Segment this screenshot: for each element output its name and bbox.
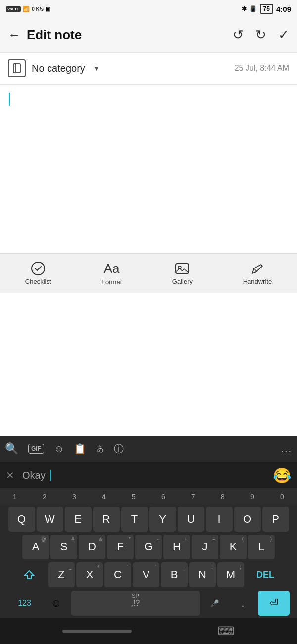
key-i[interactable]: I: [206, 507, 233, 532]
gallery-button[interactable]: Gallery: [172, 261, 193, 285]
key-m[interactable]: ;M: [217, 562, 244, 587]
undo-button[interactable]: ↺: [233, 27, 244, 43]
key-s[interactable]: #S: [50, 535, 77, 559]
enter-key[interactable]: ⏎: [258, 591, 290, 616]
nav-home-indicator[interactable]: [62, 630, 132, 633]
num-key-7[interactable]: 7: [178, 488, 208, 505]
info-button[interactable]: ⓘ: [114, 442, 124, 456]
suggestion-cursor: [50, 470, 51, 481]
num-key-5[interactable]: 5: [119, 488, 148, 505]
num-key-8[interactable]: 8: [208, 488, 238, 505]
keyboard: 🔍 GIF ☺ 📋 あ ⓘ ... ✕ Okay 😂 1 2 3 4 5 6 7…: [0, 436, 297, 644]
key-c[interactable]: "C: [104, 562, 131, 587]
status-left: VoLTE 📶 0 K/s ▣: [6, 6, 50, 12]
close-suggestions-button[interactable]: ✕: [6, 469, 14, 481]
checklist-button[interactable]: Checklist: [25, 261, 51, 285]
time-display: 4:09: [276, 5, 291, 13]
format-icon: Aa: [104, 261, 120, 276]
suggestion-emoji[interactable]: 😂: [273, 467, 291, 484]
format-button[interactable]: Aa Format: [101, 261, 122, 286]
bluetooth-icon: ✱: [242, 5, 247, 12]
key-a[interactable]: @A: [22, 535, 49, 559]
key-n[interactable]: :N: [189, 562, 216, 587]
battery-indicator: 75: [260, 5, 273, 12]
category-label: No category: [32, 63, 85, 74]
key-o[interactable]: O: [234, 507, 261, 532]
svg-point-2: [32, 262, 45, 275]
system-nav-bar: ⌨: [0, 618, 297, 644]
key-e[interactable]: E: [65, 507, 92, 532]
period-key[interactable]: .: [230, 591, 256, 616]
key-q[interactable]: Q: [8, 507, 35, 532]
note-toolbar: Checklist Aa Format Gallery Handwrite: [0, 253, 297, 293]
suggestions-bar: ✕ Okay 😂: [0, 462, 297, 488]
page-title: Edit note: [27, 27, 82, 43]
key-z[interactable]: _Z: [48, 562, 75, 587]
num-key-9[interactable]: 9: [238, 488, 267, 505]
confirm-button[interactable]: ✓: [278, 27, 289, 43]
num-key-3[interactable]: 3: [59, 488, 89, 505]
status-bar: VoLTE 📶 0 K/s ▣ ✱ 📳 75 4:09: [0, 0, 297, 18]
key-d[interactable]: &D: [79, 535, 105, 559]
battery-level: 75: [260, 4, 273, 14]
back-button[interactable]: ←: [8, 27, 21, 43]
status-right: ✱ 📳 75 4:09: [242, 5, 291, 13]
space-key[interactable]: SP ,!?: [71, 591, 200, 616]
text-cursor: [9, 93, 10, 106]
key-r[interactable]: R: [93, 507, 120, 532]
emoji-button[interactable]: ☺: [43, 591, 70, 616]
sticker-button[interactable]: ☺: [54, 443, 64, 455]
keyboard-top-bar: 🔍 GIF ☺ 📋 あ ⓘ ...: [0, 436, 297, 462]
num-key-1[interactable]: 1: [0, 488, 30, 505]
volte-badge: VoLTE: [6, 6, 21, 12]
delete-key[interactable]: DEL: [246, 562, 285, 587]
keyboard-toggle-icon[interactable]: ⌨: [217, 624, 235, 638]
clipboard-button[interactable]: 📋: [74, 443, 86, 455]
key-p[interactable]: P: [262, 507, 289, 532]
svg-rect-0: [13, 64, 20, 73]
key-f[interactable]: *F: [107, 535, 134, 559]
data-speed: 0 K/s: [32, 6, 44, 12]
num-key-6[interactable]: 6: [148, 488, 178, 505]
key-b[interactable]: ·B: [161, 562, 188, 587]
key-k[interactable]: (K: [220, 535, 247, 559]
key-h[interactable]: +H: [163, 535, 190, 559]
mic-key[interactable]: 🎤: [201, 591, 228, 616]
key-y[interactable]: Y: [149, 507, 176, 532]
signal-icon: 📶: [23, 6, 30, 12]
app-bar-left: ← Edit note: [8, 27, 233, 43]
vibrate-icon: 📳: [249, 5, 257, 12]
key-w[interactable]: W: [37, 507, 63, 532]
handwrite-label: Handwrite: [243, 278, 272, 285]
zxcv-row: _Z ₹X "C 'V ·B :N ;M DEL: [0, 561, 297, 589]
key-t[interactable]: T: [121, 507, 148, 532]
note-timestamp: 25 Jul, 8:44 AM: [235, 64, 289, 73]
translate-button[interactable]: あ: [96, 444, 104, 454]
gallery-label: Gallery: [172, 278, 193, 285]
qwerty-row: Q W E R T Y U I O P: [0, 505, 297, 533]
key-l[interactable]: )L: [248, 535, 275, 559]
keyboard-bottom-row: 123 ☺ SP ,!? 🎤 . ⏎: [0, 589, 297, 618]
notebook-icon: [8, 59, 26, 77]
num-key-4[interactable]: 4: [89, 488, 119, 505]
more-options-button[interactable]: ...: [281, 443, 292, 455]
num-switch-button[interactable]: 123: [8, 591, 42, 616]
num-key-2[interactable]: 2: [30, 488, 59, 505]
handwrite-button[interactable]: Handwrite: [243, 261, 272, 285]
note-content-area[interactable]: [0, 85, 297, 253]
redo-button[interactable]: ↻: [255, 27, 266, 43]
key-u[interactable]: U: [178, 507, 204, 532]
gif-button[interactable]: GIF: [28, 444, 44, 454]
suggestion-word[interactable]: Okay: [22, 470, 46, 481]
screen-mirror-icon: ▣: [46, 6, 50, 12]
num-key-0[interactable]: 0: [267, 488, 297, 505]
key-x[interactable]: ₹X: [76, 562, 103, 587]
key-j[interactable]: =J: [192, 535, 218, 559]
dropdown-arrow[interactable]: ▼: [93, 64, 100, 72]
key-g[interactable]: -G: [135, 535, 162, 559]
key-v[interactable]: 'V: [133, 562, 159, 587]
category-left: No category ▼: [8, 59, 100, 77]
app-bar: ← Edit note ↺ ↻ ✓: [0, 18, 297, 53]
shift-key[interactable]: [12, 562, 47, 587]
keyboard-search-icon[interactable]: 🔍: [5, 442, 18, 455]
